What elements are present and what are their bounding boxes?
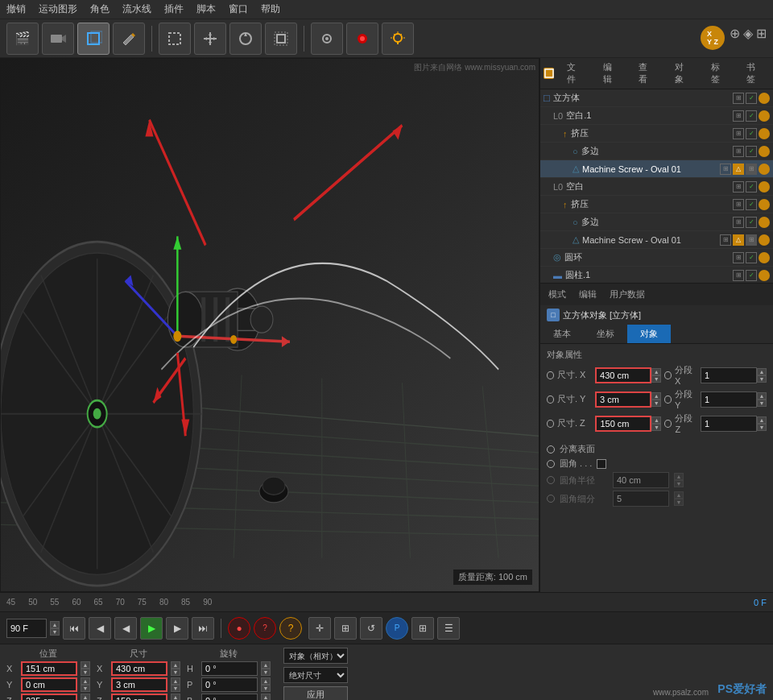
coord-input-x[interactable] (21, 661, 77, 676)
scene-item-cylinder1[interactable]: ▬ 圆柱.1 ⊞ ✓ (540, 267, 773, 283)
spin-up-y[interactable]: ▲ (651, 392, 661, 400)
input-fillet-radius[interactable] (613, 472, 669, 488)
transport-go-start[interactable]: ⏮ (63, 617, 85, 640)
spin-up-z[interactable]: ▲ (651, 416, 661, 424)
snap-transport[interactable]: ⊞ (334, 617, 357, 640)
coord-input-sy[interactable] (111, 677, 167, 692)
scene-item-extrude2[interactable]: ↑ 挤压 ⊞ ✓ (540, 196, 773, 213)
transport-prev-frame[interactable]: ◀ (89, 617, 111, 640)
radio-separate[interactable] (547, 445, 555, 454)
menu-script[interactable]: 脚本 (196, 2, 216, 16)
spin-down-seg-x[interactable]: ▼ (757, 375, 767, 383)
radio-fillet[interactable] (547, 460, 555, 468)
scene-tab-file[interactable]: 文件 (560, 60, 590, 87)
coord-input-p[interactable] (201, 677, 258, 692)
coord-spin-down-sx[interactable]: ▼ (171, 669, 180, 676)
input-size-y[interactable] (595, 391, 651, 408)
input-size-x[interactable] (595, 367, 651, 383)
coord-spin-up-sz[interactable]: ▲ (171, 694, 180, 700)
props-tab-coord[interactable]: 坐标 (584, 325, 627, 343)
scene-tab-bookmark[interactable]: 书签 (740, 60, 770, 87)
coord-input-sx[interactable] (111, 661, 167, 676)
tool-move[interactable] (194, 23, 226, 55)
radio-seg-y[interactable] (664, 396, 672, 404)
spin-up-fillet-s[interactable]: ▲ (674, 491, 684, 499)
coord-spin-down-p[interactable]: ▼ (261, 685, 271, 692)
coord-spin-up-x[interactable]: ▲ (81, 661, 90, 669)
extra-transport[interactable]: ☰ (437, 617, 460, 640)
scene-item-null2[interactable]: L0 空白 ⊞ ✓ (540, 178, 773, 196)
radio-size-x[interactable] (547, 371, 554, 379)
grid-icon[interactable]: ⊞ (756, 26, 767, 41)
rotation-transport[interactable]: ↺ (360, 617, 382, 640)
coord-spin-down-h[interactable]: ▼ (261, 669, 271, 676)
record-btn[interactable]: ● (228, 617, 250, 640)
scene-item-screw1[interactable]: △ Machine Screw - Oval 01 ⊞ △ ⊞ (540, 160, 773, 178)
viewport[interactable]: 质量距离: 100 cm 图片来自网络 www.missyuan.com (0, 58, 539, 592)
tool-select-rect[interactable] (159, 23, 191, 55)
spin-down-fillet-r[interactable]: ▼ (674, 480, 684, 487)
coord-spin-down-sy[interactable]: ▼ (171, 685, 180, 692)
move-tool-transport[interactable]: ✛ (308, 617, 331, 640)
radio-size-z[interactable] (547, 420, 554, 428)
scene-tab-object[interactable]: 对象 (668, 60, 698, 87)
help-btn[interactable]: ? (279, 617, 302, 640)
coord-spin-down-x[interactable]: ▼ (81, 669, 90, 676)
coord-spin-up-y[interactable]: ▲ (81, 677, 90, 685)
tool-record[interactable] (346, 23, 378, 55)
menu-pipeline[interactable]: 流水线 (122, 2, 151, 16)
input-seg-z[interactable] (701, 416, 757, 432)
spin-up-seg-z[interactable]: ▲ (757, 416, 767, 424)
scene-tab-tag[interactable]: 标签 (705, 60, 734, 87)
coord-input-sz[interactable] (111, 694, 167, 700)
coord-dropdown-mode[interactable]: 对象（相对） (283, 648, 348, 664)
coord-spin-up-h[interactable]: ▲ (261, 661, 271, 669)
coord-input-z[interactable] (21, 694, 77, 700)
transport-play[interactable]: ▶ (140, 617, 163, 640)
menu-motion[interactable]: 运动图形 (39, 2, 77, 16)
menu-help[interactable]: 帮助 (261, 2, 280, 16)
tool-clapperboard[interactable]: 🎬 (6, 23, 39, 55)
input-seg-x[interactable] (701, 367, 757, 383)
scene-item-cube[interactable]: □ 立方体 ⊞ ✓ (540, 89, 773, 107)
tool-rotate[interactable] (229, 23, 262, 55)
menu-undo[interactable]: 撤销 (6, 2, 26, 16)
snap-icon[interactable]: ⊕ (730, 26, 740, 41)
spin-down-seg-y[interactable]: ▼ (757, 400, 767, 407)
autokey-btn[interactable]: ? (254, 617, 276, 640)
scene-tab-view[interactable]: 查看 (632, 60, 662, 87)
menu-character[interactable]: 角色 (90, 2, 110, 16)
radio-seg-x[interactable] (664, 371, 672, 379)
apply-button[interactable]: 应用 (283, 686, 348, 700)
coord-spin-up-b[interactable]: ▲ (261, 694, 271, 700)
grid-transport[interactable]: ⊞ (411, 617, 434, 640)
scene-tab-edit[interactable]: 编辑 (597, 60, 626, 87)
tool-pencil[interactable] (113, 23, 145, 55)
radio-seg-z[interactable] (664, 420, 672, 428)
scene-item-poly1[interactable]: ○ 多边 ⊞ ✓ (540, 143, 773, 160)
coord-spin-up-sy[interactable]: ▲ (171, 677, 180, 685)
transport-go-end[interactable]: ⏭ (192, 617, 214, 640)
props-mode-tab-edit[interactable]: 编辑 (574, 287, 601, 302)
input-size-z[interactable] (595, 416, 651, 432)
spin-up-seg-x[interactable]: ▲ (757, 368, 767, 375)
coord-spin-down-y[interactable]: ▼ (81, 685, 90, 692)
spin-down-fillet-s[interactable]: ▼ (674, 499, 684, 506)
spin-down-x[interactable]: ▼ (651, 375, 661, 383)
coord-spin-up-z[interactable]: ▲ (81, 694, 90, 700)
scene-item-screw2[interactable]: △ Machine Screw - Oval 01 ⊞ △ ⊞ (540, 231, 773, 249)
frame-input[interactable] (6, 619, 47, 638)
transport-next-key[interactable]: ▶ (166, 617, 188, 640)
radio-size-y[interactable] (547, 396, 554, 404)
scene-item-torus[interactable]: ◎ 圆环 ⊞ ✓ (540, 249, 773, 267)
input-fillet-subdiv[interactable] (613, 491, 669, 507)
menu-plugin[interactable]: 插件 (164, 2, 184, 16)
coord-input-b[interactable] (201, 694, 258, 700)
spin-up-x[interactable]: ▲ (651, 368, 661, 375)
checkbox-fillet[interactable] (597, 459, 606, 469)
scene-item-null1[interactable]: L0 空白.1 ⊞ ✓ (540, 107, 773, 125)
xyz-button[interactable]: XY Z (701, 26, 725, 50)
props-mode-tab-mode[interactable]: 模式 (544, 287, 571, 302)
tool-camera2[interactable] (311, 23, 343, 55)
scene-item-poly2[interactable]: ○ 多边 ⊞ ✓ (540, 213, 773, 231)
